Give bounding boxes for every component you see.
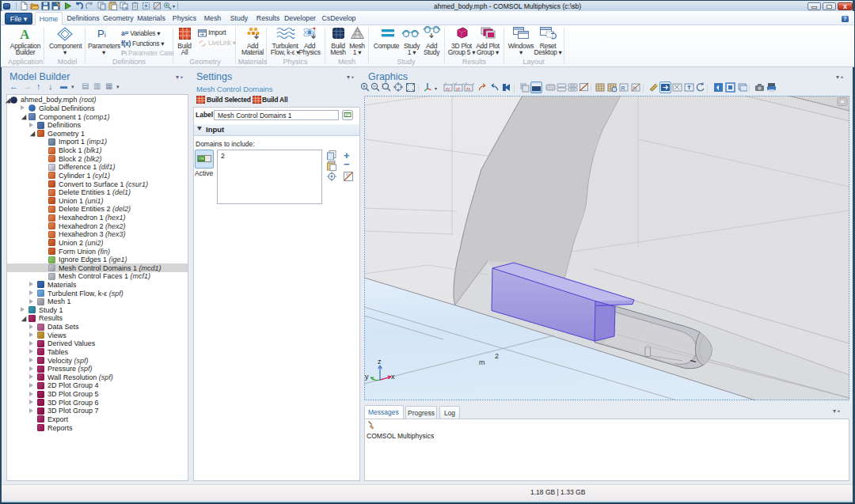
svg-text:2: 2: [495, 352, 499, 360]
svg-text:R: R: [621, 85, 625, 91]
svg-text:y: y: [365, 373, 369, 381]
svg-text:z: z: [378, 358, 382, 366]
svg-text:zx: zx: [466, 86, 471, 91]
svg-text:m: m: [479, 358, 485, 366]
svg-text:yz: yz: [456, 86, 461, 91]
svg-text:xy: xy: [446, 86, 450, 91]
svg-text:x: x: [391, 373, 395, 381]
